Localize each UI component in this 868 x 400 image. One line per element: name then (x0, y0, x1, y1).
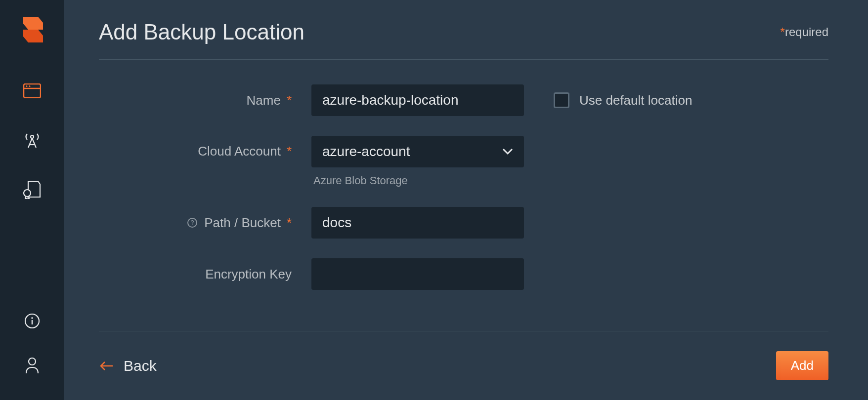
arrow-left-icon (99, 360, 114, 371)
name-label-text: Name (247, 93, 281, 108)
row-name: Name* Use default location (99, 84, 828, 116)
nav-info[interactable] (22, 311, 42, 331)
back-button[interactable]: Back (99, 358, 157, 374)
svg-point-14 (29, 358, 36, 365)
svg-point-10 (24, 190, 31, 197)
form: Name* Use default location Cloud Account… (99, 60, 828, 331)
label-name: Name* (99, 93, 311, 108)
page-header: Add Backup Location *required (99, 20, 828, 60)
asterisk-icon: * (287, 93, 292, 108)
cloud-account-label-text: Cloud Account (198, 144, 281, 159)
use-default-checkbox[interactable] (554, 92, 569, 108)
nav-certificates[interactable] (22, 180, 42, 200)
footer: Back Add (99, 331, 828, 380)
cloud-account-value: azure-account (322, 144, 410, 160)
sidebar (0, 0, 64, 400)
svg-point-4 (26, 85, 28, 87)
label-cloud-account: Cloud Account* (99, 136, 311, 159)
page-title: Add Backup Location (99, 20, 304, 44)
nav-user[interactable] (22, 356, 42, 375)
svg-point-6 (31, 135, 34, 138)
add-button[interactable]: Add (776, 351, 828, 380)
nav-network[interactable] (22, 130, 42, 150)
svg-marker-0 (23, 17, 43, 30)
user-icon (24, 357, 40, 374)
info-icon (24, 313, 40, 329)
svg-point-12 (31, 317, 33, 319)
path-bucket-label-text: Path / Bucket (204, 215, 281, 231)
svg-text:?: ? (191, 219, 194, 226)
antenna-icon (22, 132, 42, 149)
svg-point-5 (29, 85, 31, 87)
encryption-key-label-text: Encryption Key (205, 267, 292, 282)
required-note: *required (781, 25, 828, 39)
row-path-bucket: ? Path / Bucket * (99, 207, 828, 239)
path-bucket-input[interactable] (311, 207, 524, 239)
asterisk-icon: * (781, 25, 785, 39)
brand-logo (20, 15, 44, 46)
encryption-key-input[interactable] (311, 258, 524, 290)
asterisk-icon: * (287, 144, 292, 159)
row-cloud-account: Cloud Account* azure-account Azure Blob … (99, 136, 828, 187)
cloud-account-hint: Azure Blob Storage (311, 174, 524, 187)
svg-line-8 (32, 138, 36, 148)
row-encryption-key: Encryption Key (99, 258, 828, 290)
label-encryption-key: Encryption Key (99, 267, 311, 282)
name-input[interactable] (311, 84, 524, 116)
asterisk-icon: * (287, 215, 292, 231)
document-badge-icon (23, 180, 41, 199)
chevron-down-icon (502, 148, 513, 155)
nav-dashboard[interactable] (22, 81, 42, 101)
svg-line-7 (28, 138, 32, 148)
required-text: required (785, 25, 828, 39)
sidebar-bottom (22, 311, 42, 400)
browser-icon (23, 83, 41, 98)
use-default-label: Use default location (579, 93, 692, 108)
back-label: Back (124, 358, 157, 374)
label-path-bucket: ? Path / Bucket * (99, 215, 311, 231)
use-default-group: Use default location (524, 92, 692, 108)
main-content: Add Backup Location *required Name* Use … (64, 0, 868, 400)
svg-marker-1 (23, 30, 43, 42)
cloud-account-select[interactable]: azure-account (311, 136, 524, 167)
nav-list (22, 81, 42, 200)
help-icon[interactable]: ? (186, 217, 198, 229)
